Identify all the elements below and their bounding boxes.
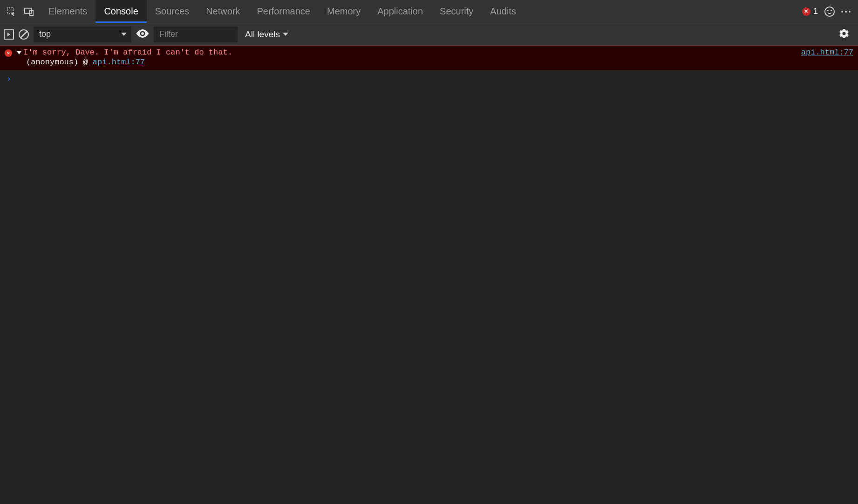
feedback-icon[interactable] (824, 7, 835, 17)
tab-bar-right: ✕ 1 (802, 7, 858, 17)
filter-input[interactable] (154, 27, 238, 42)
more-menu-icon[interactable] (841, 11, 851, 13)
error-icon: ✕ (802, 7, 810, 16)
tab-audits[interactable]: Audits (482, 0, 524, 23)
tab-bar-left-icons (0, 6, 40, 17)
chevron-down-icon (283, 33, 288, 36)
stack-frame: (anonymous) (26, 58, 78, 67)
device-toolbar-icon[interactable] (23, 6, 34, 17)
tab-network[interactable]: Network (197, 0, 248, 23)
execution-context-select[interactable]: top (34, 27, 131, 42)
log-levels-select[interactable]: All levels (242, 29, 291, 40)
error-count: 1 (813, 7, 818, 16)
console-output: ✕ I'm sorry, Dave. I'm afraid I can't do… (0, 46, 858, 504)
devtools-tab-bar: Elements Console Sources Network Perform… (0, 0, 858, 23)
console-prompt[interactable]: › (0, 70, 858, 87)
toolbar-right (838, 28, 854, 41)
clear-console-icon[interactable] (19, 29, 29, 40)
source-link[interactable]: api.html:77 (801, 48, 853, 57)
error-row: ✕ I'm sorry, Dave. I'm afraid I can't do… (5, 48, 853, 57)
live-expression-icon[interactable] (136, 29, 149, 39)
tab-performance[interactable]: Performance (249, 0, 319, 23)
svg-point-3 (141, 32, 144, 35)
devtools-tabs: Elements Console Sources Network Perform… (40, 0, 524, 23)
prompt-caret-icon: › (7, 74, 11, 83)
inspect-element-icon[interactable] (6, 6, 17, 17)
stack-at: @ (83, 58, 88, 67)
levels-label: All levels (245, 29, 280, 40)
console-toolbar: top All levels (0, 23, 858, 46)
error-count-badge[interactable]: ✕ 1 (802, 7, 818, 16)
error-icon: ✕ (5, 49, 12, 57)
expand-toggle-icon[interactable] (17, 51, 21, 54)
toggle-console-sidebar-icon[interactable] (4, 29, 14, 40)
chevron-down-icon (121, 33, 127, 36)
tab-memory[interactable]: Memory (319, 0, 369, 23)
tab-application[interactable]: Application (369, 0, 431, 23)
tab-sources[interactable]: Sources (147, 0, 197, 23)
tab-security[interactable]: Security (431, 0, 482, 23)
settings-icon[interactable] (838, 28, 850, 41)
stack-link[interactable]: api.html:77 (93, 58, 145, 67)
console-input[interactable] (20, 74, 781, 83)
error-message: I'm sorry, Dave. I'm afraid I can't do t… (23, 48, 232, 57)
stack-trace-row: (anonymous) @ api.html:77 (5, 58, 853, 67)
context-label: top (39, 29, 51, 39)
tab-console[interactable]: Console (95, 0, 146, 23)
tab-elements[interactable]: Elements (40, 0, 95, 23)
console-error-entry: ✕ I'm sorry, Dave. I'm afraid I can't do… (0, 46, 858, 70)
svg-rect-1 (25, 8, 32, 13)
